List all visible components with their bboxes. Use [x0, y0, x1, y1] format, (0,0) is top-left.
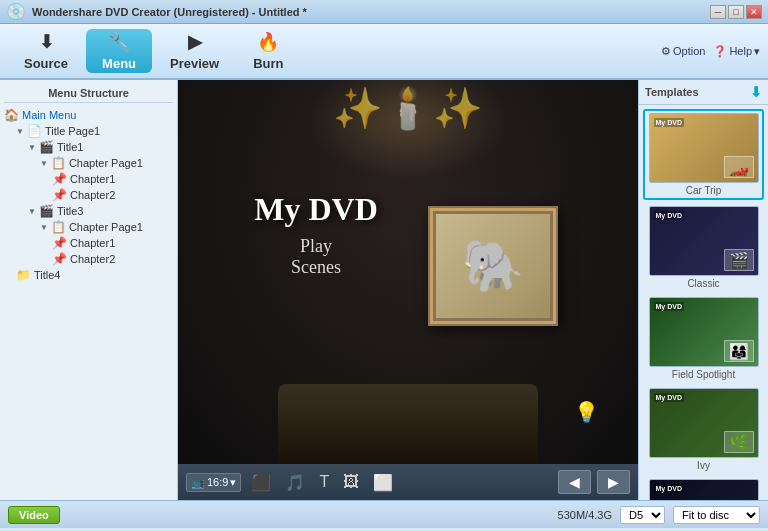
template-car-trip-thumb: My DVD 🏎️	[649, 113, 759, 183]
maximize-button[interactable]: □	[728, 5, 744, 19]
tree-title4[interactable]: 📁 Title4	[4, 267, 173, 283]
template-field-spotlight[interactable]: My DVD 👨‍👩‍👧 Field Spotlight	[643, 295, 764, 382]
templates-list: My DVD 🏎️ Car Trip My DVD 🎬 Classic	[639, 105, 768, 500]
source-button[interactable]: ⬇ Source	[8, 29, 84, 73]
tree-chapter1-t3[interactable]: 📌 Chapter1	[4, 235, 173, 251]
fit-to-disc-select[interactable]: Fit to disc Best quality	[673, 506, 760, 524]
tree-chapter-page1-title3[interactable]: ▼ 📋 Chapter Page1	[4, 219, 173, 235]
source-icon: ⬇	[39, 31, 54, 53]
minimize-button[interactable]: ─	[710, 5, 726, 19]
chandelier-decoration: ✨🕯️✨	[333, 85, 483, 132]
tree-title1[interactable]: ▼ 🎬 Title1	[4, 139, 173, 155]
preview-icon: ▶	[188, 31, 202, 53]
menu-icon: 🔧	[108, 31, 130, 53]
tree-main-menu[interactable]: 🏠 Main Menu	[4, 107, 173, 123]
chapter-icon: 📌	[52, 252, 67, 266]
audio-button[interactable]: 🎵	[281, 471, 309, 494]
film-icon: 🎬	[39, 204, 54, 218]
template-ivy-label: Ivy	[697, 460, 710, 471]
burn-icon: 🔥	[257, 31, 279, 53]
left-panel: Menu Structure 🏠 Main Menu ▼ 📄 Title Pag…	[0, 80, 178, 500]
tree-title3[interactable]: ▼ 🎬 Title3	[4, 203, 173, 219]
prev-nav-button[interactable]: ◀	[558, 470, 591, 494]
help-button[interactable]: ❓ Help ▾	[713, 45, 760, 58]
template-dark-thumb: My DVD 💿	[649, 479, 759, 500]
preview-button[interactable]: ▶ Preview	[154, 29, 235, 73]
disk-info: 530M/4.3G	[558, 509, 612, 521]
template-field-label: Field Spotlight	[672, 369, 735, 380]
subtitle-button[interactable]: ⬛	[247, 471, 275, 494]
menu-structure-title: Menu Structure	[4, 84, 173, 103]
text-button[interactable]: T	[315, 471, 333, 493]
center-panel: ✨🕯️✨ My DVD PlayScenes 📺 16:9 ▾ ⬛ 🎵 T 🖼	[178, 80, 638, 500]
main-layout: Menu Structure 🏠 Main Menu ▼ 📄 Title Pag…	[0, 80, 768, 500]
tree-chapter2-t3[interactable]: 📌 Chapter2	[4, 251, 173, 267]
right-panel: Templates ⬇ My DVD 🏎️ Car Trip My DV	[638, 80, 768, 500]
templates-title: Templates	[645, 86, 699, 98]
template-field-thumb: My DVD 👨‍👩‍👧	[649, 297, 759, 367]
template-classic[interactable]: My DVD 🎬 Classic	[643, 204, 764, 291]
template-ivy[interactable]: My DVD 🌿 Ivy	[643, 386, 764, 473]
menu-button[interactable]: 🔧 Menu	[86, 29, 152, 73]
download-templates-icon[interactable]: ⬇	[750, 84, 762, 100]
close-button[interactable]: ✕	[746, 5, 762, 19]
film-icon: 🎬	[39, 140, 54, 154]
home-icon: 🏠	[4, 108, 19, 122]
preview-controls-bar: 📺 16:9 ▾ ⬛ 🎵 T 🖼 ⬜ ◀ ▶	[178, 464, 638, 500]
tree-chapter1-t1[interactable]: 📌 Chapter1	[4, 171, 173, 187]
frame-ornament	[430, 208, 556, 324]
disk-type-select[interactable]: D5 D9	[620, 506, 665, 524]
image-button[interactable]: 🖼	[339, 471, 363, 493]
effect-button[interactable]: ⬜	[369, 471, 397, 494]
window-controls: ─ □ ✕	[710, 5, 762, 19]
burn-button[interactable]: 🔥 Burn	[237, 29, 299, 73]
burn-label: Burn	[253, 56, 283, 71]
chapter-icon: 📌	[52, 236, 67, 250]
preview-area: ✨🕯️✨ My DVD PlayScenes	[178, 80, 638, 464]
template-classic-label: Classic	[687, 278, 719, 289]
template-dark[interactable]: My DVD 💿 Dark Blue	[643, 477, 764, 500]
tree-chapter-page1-title1[interactable]: ▼ 📋 Chapter Page1	[4, 155, 173, 171]
chapter-page-icon: 📋	[51, 220, 66, 234]
aspect-ratio-selector[interactable]: 📺 16:9 ▾	[186, 473, 241, 492]
dvd-sub-title: PlayScenes	[254, 235, 378, 277]
template-classic-thumb: My DVD 🎬	[649, 206, 759, 276]
template-car-trip[interactable]: My DVD 🏎️ Car Trip	[643, 109, 764, 200]
next-nav-button[interactable]: ▶	[597, 470, 630, 494]
toolbar-right: ⚙ Option ❓ Help ▾	[661, 45, 760, 58]
chapter-icon: 📌	[52, 188, 67, 202]
chapter-icon: 📌	[52, 172, 67, 186]
title-bar: 💿 Wondershare DVD Creator (Unregistered)…	[0, 0, 768, 24]
template-car-trip-label: Car Trip	[686, 185, 722, 196]
templates-header: Templates ⬇	[639, 80, 768, 105]
menu-label: Menu	[102, 56, 136, 71]
option-button[interactable]: ⚙ Option	[661, 45, 705, 58]
lamp-decoration	[578, 364, 598, 424]
picture-frame	[428, 206, 558, 326]
page-icon: 📄	[27, 124, 42, 138]
chapter-page-icon: 📋	[51, 156, 66, 170]
folder-icon: 📁	[16, 268, 31, 282]
video-badge: Video	[8, 506, 60, 524]
main-toolbar: ⬇ Source 🔧 Menu ▶ Preview 🔥 Burn ⚙ Optio…	[0, 24, 768, 80]
preview-label: Preview	[170, 56, 219, 71]
template-ivy-thumb: My DVD 🌿	[649, 388, 759, 458]
status-bar: Video 530M/4.3G D5 D9 Fit to disc Best q…	[0, 500, 768, 528]
dvd-title-block: My DVD PlayScenes	[254, 190, 378, 277]
source-label: Source	[24, 56, 68, 71]
tree-chapter2-t1[interactable]: 📌 Chapter2	[4, 187, 173, 203]
sofa-decoration	[278, 384, 538, 464]
app-title: Wondershare DVD Creator (Unregistered) -…	[32, 6, 307, 18]
tree-title-page1[interactable]: ▼ 📄 Title Page1	[4, 123, 173, 139]
dvd-main-title: My DVD	[254, 190, 378, 227]
